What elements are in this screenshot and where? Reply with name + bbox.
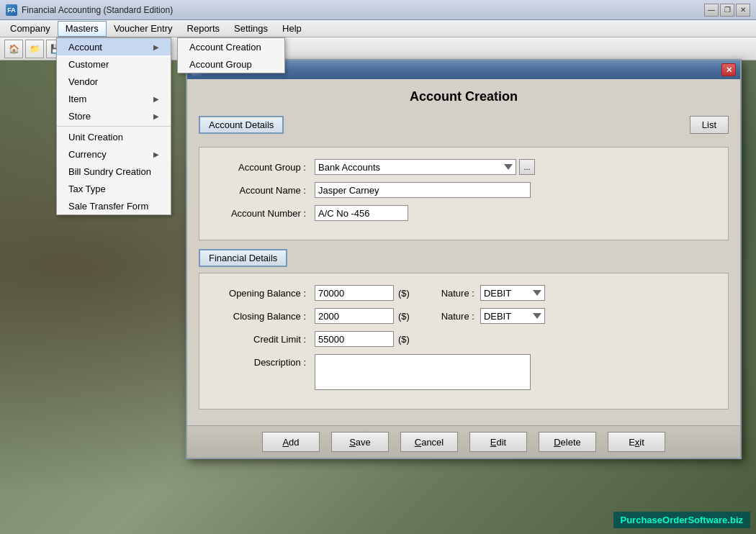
list-button[interactable]: List [690,116,729,134]
account-group-browse-button[interactable]: ... [519,159,535,175]
store-arrow: ▶ [153,112,159,120]
separator-1 [57,126,171,127]
closing-currency: ($) [398,311,410,322]
toolbar-btn-home[interactable]: 🏠 [4,40,23,58]
credit-limit-row: Credit Limit : ($) [214,331,714,347]
submenu-account-group[interactable]: Account Group [178,55,284,73]
opening-nature-select[interactable]: DEBIT CREDIT [480,285,545,301]
closing-nature-label: Nature : [431,311,474,322]
save-button[interactable]: Save [331,432,389,452]
menu-company[interactable]: Company [3,21,58,37]
financial-details-section: Opening Balance : ($) Nature : DEBIT CRE… [199,273,729,409]
add-button[interactable]: Add [262,432,320,452]
restore-button[interactable]: ❐ [720,4,734,17]
account-name-input[interactable] [315,182,531,198]
dialog-content: Account Creation Account Details List Ac… [187,79,740,425]
credit-currency: ($) [398,334,410,345]
toolbar-btn-open[interactable]: 📁 [25,40,44,58]
minimize-button[interactable]: — [704,4,719,17]
closing-balance-label: Closing Balance : [214,311,315,322]
account-number-input[interactable] [315,205,408,221]
account-name-row: Account Name : [214,182,714,198]
menu-tax-type[interactable]: Tax Type [57,180,171,197]
account-arrow: ▶ [153,43,159,51]
menu-settings[interactable]: Settings [227,21,275,37]
menu-help[interactable]: Help [275,21,309,37]
opening-balance-row: Opening Balance : ($) Nature : DEBIT CRE… [214,285,714,301]
account-creation-dialog: AC Account Creation ✕ Account Creation A… [186,59,742,459]
title-bar: FA Financial Accounting (Standard Editio… [0,0,756,20]
menu-account[interactable]: Account ▶ [57,38,171,55]
menu-reports[interactable]: Reports [180,21,228,37]
app-icon: FA [6,4,17,16]
opening-balance-input[interactable] [315,285,394,301]
account-group-select[interactable]: Bank Accounts Cash Accounts Credit Card … [315,159,516,175]
submenu-account-creation[interactable]: Account Creation [178,38,284,55]
account-details-section: Account Group : Bank Accounts Cash Accou… [199,147,729,240]
menu-unit-creation[interactable]: Unit Creation [57,128,171,145]
item-arrow: ▶ [153,95,159,103]
dialog-top-row: Account Details List [199,116,729,140]
financial-details-tab[interactable]: Financial Details [199,249,287,267]
credit-limit-label: Credit Limit : [214,334,315,345]
exit-button[interactable]: Exit [608,432,665,452]
menu-voucher[interactable]: Voucher Entry [107,21,180,37]
opening-currency: ($) [398,288,410,299]
menu-item[interactable]: Item ▶ [57,90,171,107]
window-controls: — ❐ ✕ [704,4,750,17]
menu-sale-transfer[interactable]: Sale Transfer Form [57,197,171,214]
menu-customer[interactable]: Customer [57,55,171,73]
account-submenu: Account Creation Account Group [177,37,285,73]
description-textarea[interactable] [315,354,531,390]
app-title: Financial Accounting (Standard Edition) [22,5,173,15]
dialog-footer: Add Save Cancel Edit Delete Exit [187,425,740,458]
opening-nature-label: Nature : [431,288,474,299]
description-label: Description : [214,357,315,368]
menu-vendor[interactable]: Vendor [57,73,171,90]
dialog-close-button[interactable]: ✕ [721,63,736,76]
account-group-row: Account Group : Bank Accounts Cash Accou… [214,159,714,175]
credit-limit-input[interactable] [315,331,394,347]
menu-bar: Company Masters Voucher Entry Reports Se… [0,20,756,37]
account-name-label: Account Name : [214,185,315,196]
closing-balance-input[interactable] [315,308,394,324]
account-number-label: Account Number : [214,208,315,219]
menu-store[interactable]: Store ▶ [57,107,171,125]
closing-nature-select[interactable]: DEBIT CREDIT [480,308,545,324]
edit-button[interactable]: Edit [469,432,527,452]
watermark: PurchaseOrderSoftware.biz [613,512,751,528]
cancel-button[interactable]: Cancel [400,432,458,452]
account-group-label: Account Group : [214,162,315,173]
dialog-heading: Account Creation [199,86,729,107]
masters-dropdown: Account ▶ Customer Vendor Item ▶ Store ▶… [56,37,171,215]
account-number-row: Account Number : [214,205,714,221]
opening-balance-label: Opening Balance : [214,288,315,299]
menu-currency[interactable]: Currency ▶ [57,145,171,163]
closing-balance-row: Closing Balance : ($) Nature : DEBIT CRE… [214,308,714,324]
close-button[interactable]: ✕ [736,4,750,17]
delete-button[interactable]: Delete [539,432,596,452]
currency-arrow: ▶ [153,150,159,158]
account-details-tab[interactable]: Account Details [199,116,284,134]
menu-masters[interactable]: Masters [58,21,107,37]
description-row: Description : [214,354,714,390]
menu-bill-sundry[interactable]: Bill Sundry Creation [57,163,171,180]
